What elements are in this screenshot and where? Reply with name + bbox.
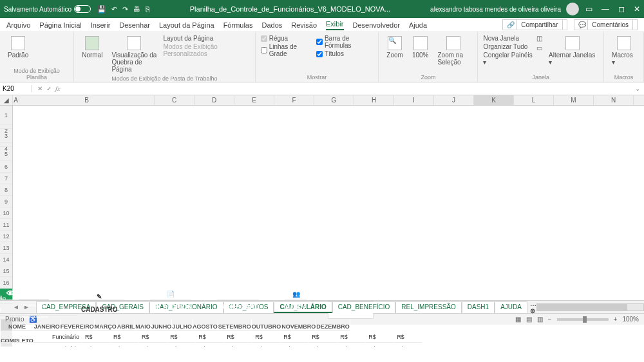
row-header[interactable]: 9 <box>0 196 12 207</box>
freeze-panes-button[interactable]: Congelar Painéis ▾ <box>483 52 533 66</box>
cell-value[interactable]: R$ 1.500,00 <box>196 343 224 347</box>
print-icon[interactable]: 🖶 <box>133 5 140 14</box>
row-header[interactable]: 14 <box>0 254 12 265</box>
sheet-tab[interactable]: AJUDA <box>495 301 527 313</box>
row-header[interactable]: 16 <box>0 277 12 289</box>
cell-value[interactable]: R$ 2.200,00 <box>309 331 337 343</box>
cell-value[interactable]: R$ 2.200,00 <box>281 331 309 343</box>
col-header[interactable]: I <box>394 95 434 105</box>
menu-dados[interactable]: Dados <box>261 21 282 29</box>
col-header[interactable]: E <box>234 95 274 105</box>
tabs-more-icon[interactable]: … ⊕ <box>530 300 536 314</box>
arrange-all-button[interactable]: Organizar Tudo <box>483 43 533 50</box>
menu-desenhar[interactable]: Desenhar <box>119 21 150 29</box>
user-avatar[interactable] <box>566 3 579 15</box>
comments-button[interactable]: 💬 Comentários <box>574 19 638 30</box>
zoom-level[interactable]: 100% <box>622 316 639 323</box>
col-header[interactable]: L <box>514 95 554 105</box>
cell-value[interactable]: R$ 2.200,00 <box>196 331 224 343</box>
macros-button[interactable]: Macros ▾ <box>609 35 638 67</box>
fx-icon[interactable]: 𝑓𝑥 <box>55 85 60 93</box>
hide-icon[interactable]: ▭ <box>536 44 542 52</box>
minimize-icon[interactable]: — <box>601 5 609 14</box>
expand-icon[interactable]: ⌄ <box>631 85 644 92</box>
row-header[interactable]: 5 <box>0 147 12 161</box>
row-header[interactable]: 11 <box>0 219 12 231</box>
cell-value[interactable]: R$ 2.200,00 <box>366 331 394 343</box>
row-header[interactable]: 12 <box>0 231 12 242</box>
cell-value[interactable]: R$ 1.500,00 <box>167 343 196 347</box>
close-icon[interactable]: ✕ <box>634 5 640 14</box>
cell-value[interactable]: R$ 1.500,00 <box>139 343 167 347</box>
sheet-tab[interactable]: DASH1 <box>462 301 495 313</box>
row-header[interactable]: 8 <box>0 184 12 196</box>
cell-value[interactable]: R$ 1.500,00 <box>337 343 366 347</box>
cell-value[interactable]: R$ 2.000,00 <box>111 331 139 343</box>
menu-layout[interactable]: Layout da Página <box>159 21 214 29</box>
menu-revisao[interactable]: Revisão <box>291 21 317 29</box>
cell-value[interactable]: R$ 1.500,00 <box>366 343 394 347</box>
sheet-tab[interactable]: CAD_BENEFÍCIO <box>332 301 396 313</box>
menu-desenvolvedor[interactable]: Desenvolvedor <box>353 21 400 29</box>
headings-checkbox[interactable]: Títulos <box>316 50 373 57</box>
row-header[interactable]: 7 <box>0 173 12 184</box>
custom-views-button[interactable]: Modos de Exibição Personalizados <box>163 43 249 57</box>
switch-windows-button[interactable]: Alternar Janelas ▾ <box>546 35 598 67</box>
row-header[interactable]: 1 <box>0 106 12 125</box>
autosave-toggle[interactable]: Salvamento Automático <box>4 5 91 13</box>
col-header[interactable]: F <box>274 95 314 105</box>
menu-ajuda[interactable]: Ajuda <box>409 21 427 29</box>
cell-value[interactable]: R$ 1.500,00 <box>281 343 309 347</box>
row-header[interactable]: 6 <box>0 161 12 173</box>
col-header[interactable]: C <box>155 95 194 105</box>
select-all[interactable]: ◢ <box>0 95 13 105</box>
nav-ajuda[interactable]: 👥AJUDA <box>285 289 307 300</box>
zoom-in-icon[interactable]: + <box>614 316 618 323</box>
col-header[interactable]: K <box>474 95 514 105</box>
copy-icon[interactable]: ⎘ <box>146 5 150 14</box>
cell-name[interactable]: Funcinário 1 <box>1 331 82 343</box>
ruler-checkbox[interactable]: Régua <box>261 35 312 42</box>
cell-value[interactable]: R$ 2.200,00 <box>167 331 196 343</box>
cell-value[interactable]: R$ 1.500,00 <box>111 343 139 347</box>
nav-cadastro[interactable]: ✎CADASTRO <box>75 289 124 300</box>
cell-value[interactable]: R$ 2.000,00 <box>82 331 111 343</box>
col-header[interactable]: H <box>354 95 394 105</box>
split-icon[interactable]: ◫ <box>536 35 542 42</box>
menu-inserir[interactable]: Inserir <box>91 21 111 29</box>
view-normal-icon[interactable]: ▦ <box>515 316 521 323</box>
horizontal-scrollbar[interactable] <box>536 303 644 311</box>
cell-value[interactable]: R$ 2.200,00 <box>139 331 167 343</box>
maximize-icon[interactable]: ◻ <box>618 5 625 14</box>
new-window-button[interactable]: Nova Janela <box>483 35 533 42</box>
save-icon[interactable]: 💾 <box>97 5 106 14</box>
cell-value[interactable]: R$ 2.200,00 <box>252 331 281 343</box>
menu-pagina-inicial[interactable]: Página Inicial <box>39 21 81 29</box>
cell-name[interactable]: Funcinário 2 <box>1 343 82 347</box>
page-break-button[interactable]: Visualização da Quebra de Página <box>109 35 159 74</box>
col-header[interactable]: B <box>19 95 155 105</box>
row-header[interactable]: 13 <box>0 242 12 254</box>
zoom-slider[interactable] <box>557 318 609 321</box>
redo-icon[interactable]: ↷ <box>122 5 128 14</box>
cell-value[interactable]: R$ 1.500,00 <box>82 343 111 347</box>
nav-relatorios[interactable]: 📄RELATÓRIOS <box>150 289 192 300</box>
share-button[interactable]: 🔗 Compartilhar <box>502 19 567 30</box>
padrao-button[interactable]: Padrão <box>5 35 31 60</box>
cell-value[interactable]: R$ 2.200,00 <box>394 331 422 343</box>
row-header[interactable]: 3 <box>0 129 12 143</box>
zoom-100-button[interactable]: 100% <box>410 35 431 60</box>
table-row[interactable]: Funcinário 2R$ 1.500,00R$ 1.500,00R$ 1.5… <box>0 343 12 347</box>
cell-value[interactable]: R$ 2.200,00 <box>224 331 252 343</box>
col-header[interactable]: A <box>13 95 19 105</box>
col-header[interactable]: D <box>194 95 234 105</box>
row-header[interactable]: 15 <box>0 265 12 277</box>
cell-value[interactable]: R$ 1.500,00 <box>224 343 252 347</box>
view-break-icon[interactable]: ▥ <box>537 316 543 323</box>
menu-formulas[interactable]: Fórmulas <box>223 21 253 29</box>
zoom-selection-button[interactable]: Zoom na Seleção <box>435 35 472 67</box>
undo-icon[interactable]: ↶ <box>111 5 117 14</box>
cell-value[interactable]: R$ 1.500,00 <box>394 343 422 347</box>
formula-bar-checkbox[interactable]: Barra de Fórmulas <box>316 35 373 49</box>
table-row[interactable]: Funcinário 1R$ 2.000,00R$ 2.000,00R$ 2.2… <box>0 331 12 343</box>
